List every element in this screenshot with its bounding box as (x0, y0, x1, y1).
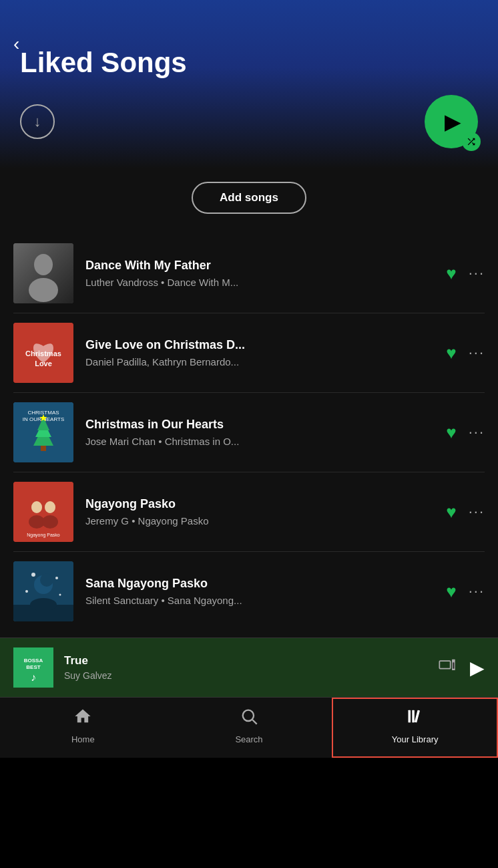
song-list: Dance With My Father Luther Vandross • D… (0, 227, 498, 637)
download-icon: ↓ (34, 113, 41, 130)
svg-point-29 (30, 598, 57, 611)
nav-label-home: Home (71, 734, 95, 744)
song-artist: Jeremy G • Ngayong Pasko (85, 515, 439, 527)
now-playing-bar[interactable]: BOSSA BEST ♪ True Suy Galvez ▶ (0, 637, 498, 697)
list-item[interactable]: Ngayong Pasko Ngayong Pasko Jeremy G • N… (0, 472, 498, 551)
like-icon[interactable]: ♥ (446, 263, 456, 284)
more-options-icon[interactable]: ··· (469, 503, 485, 521)
now-playing-artist: Suy Galvez (64, 670, 438, 681)
song-actions: ♥ ··· (446, 581, 485, 602)
song-info: Christmas in Our Hearts Jose Mari Chan •… (85, 418, 439, 447)
header: ‹ Liked Songs ↓ ▶ (0, 0, 498, 168)
svg-point-16 (31, 501, 42, 513)
now-playing-play-button[interactable]: ▶ (470, 657, 485, 679)
nav-item-search[interactable]: Search (166, 698, 332, 758)
song-title: Give Love on Christmas D... (85, 338, 439, 352)
svg-rect-41 (414, 710, 419, 723)
like-icon[interactable]: ♥ (446, 422, 456, 443)
song-artist: Jose Mari Chan • Christmas in O... (85, 436, 439, 447)
more-options-icon[interactable]: ··· (469, 344, 485, 361)
nav-item-home[interactable]: Home (0, 698, 166, 758)
svg-point-23 (40, 573, 53, 587)
like-icon[interactable]: ♥ (446, 343, 456, 364)
svg-rect-39 (408, 710, 411, 723)
song-info: Sana Ngayong Pasko Silent Sanctuary • Sa… (85, 577, 439, 606)
more-options-icon[interactable]: ··· (469, 265, 485, 282)
song-info: Give Love on Christmas D... Daniel Padil… (85, 338, 439, 368)
song-title: Dance With My Father (85, 259, 439, 273)
svg-rect-40 (412, 710, 415, 723)
library-icon (406, 707, 425, 730)
svg-point-24 (31, 573, 35, 577)
album-art-svg: CHRISTMAS IN OUR HEARTS (13, 402, 73, 462)
add-songs-button[interactable]: Add songs (192, 182, 306, 214)
nav-item-library[interactable]: Your Library (332, 698, 498, 758)
song-actions: ♥ ··· (446, 422, 485, 443)
nav-label-library: Your Library (392, 734, 439, 744)
shuffle-icon (466, 136, 477, 147)
album-art: CHRISTMAS IN OUR HEARTS (13, 402, 73, 462)
svg-rect-34 (439, 661, 450, 669)
svg-point-27 (59, 594, 61, 596)
now-playing-art: BOSSA BEST ♪ (13, 647, 53, 688)
svg-point-25 (55, 577, 58, 579)
like-icon[interactable]: ♥ (446, 502, 456, 523)
album-art (13, 561, 73, 621)
list-item[interactable]: Christmas Love Give Love on Christmas D.… (0, 313, 498, 392)
nav-label-search: Search (235, 734, 262, 744)
svg-line-38 (252, 720, 256, 724)
list-item[interactable]: Sana Ngayong Pasko Silent Sanctuary • Sa… (0, 552, 498, 631)
search-svg-icon (240, 707, 258, 726)
song-title: Christmas in Our Hearts (85, 418, 439, 432)
download-button[interactable]: ↓ (20, 104, 55, 139)
song-artist: Daniel Padilla, Kathryn Bernardo... (85, 356, 439, 368)
svg-rect-13 (41, 446, 46, 451)
now-playing-info: True Suy Galvez (64, 654, 438, 681)
song-info: Dance With My Father Luther Vandross • D… (85, 259, 439, 288)
svg-text:Ngayong Pasko: Ngayong Pasko (27, 533, 60, 538)
bottom-nav: Home Search Your Library (0, 697, 498, 758)
album-art-svg: Ngayong Pasko (13, 482, 73, 542)
album-art-svg (13, 561, 73, 621)
like-icon[interactable]: ♥ (446, 581, 456, 602)
song-info: Ngayong Pasko Jeremy G • Ngayong Pasko (85, 497, 439, 527)
album-art-svg: Christmas Love (13, 323, 73, 383)
list-item[interactable]: CHRISTMAS IN OUR HEARTS Christmas in Our… (0, 393, 498, 472)
album-art-svg (13, 243, 73, 303)
now-playing-art-svg: BOSSA BEST ♪ (13, 647, 53, 688)
song-actions: ♥ ··· (446, 343, 485, 364)
svg-text:BEST: BEST (26, 664, 40, 670)
svg-text:♪: ♪ (31, 672, 36, 683)
more-options-icon[interactable]: ··· (469, 583, 485, 600)
device-icon[interactable] (438, 656, 457, 679)
page-title: Liked Songs (20, 47, 478, 79)
album-art (13, 243, 73, 303)
svg-rect-36 (453, 662, 454, 668)
svg-text:BOSSA: BOSSA (24, 658, 43, 664)
cast-icon (438, 656, 457, 675)
home-svg-icon (73, 707, 92, 726)
song-title: Ngayong Pasko (85, 497, 439, 511)
now-playing-title: True (64, 654, 438, 668)
home-icon (73, 707, 92, 730)
album-art: Ngayong Pasko (13, 482, 73, 542)
play-icon: ▶ (445, 109, 461, 134)
svg-point-26 (25, 590, 28, 593)
add-songs-container: Add songs (0, 168, 498, 227)
shuffle-badge (462, 132, 481, 151)
svg-point-17 (45, 501, 55, 513)
library-svg-icon (406, 707, 425, 726)
svg-point-2 (34, 254, 53, 275)
more-options-icon[interactable]: ··· (469, 424, 485, 441)
header-actions: ↓ ▶ (20, 95, 478, 148)
search-icon (240, 707, 258, 730)
back-button[interactable]: ‹ (13, 33, 19, 55)
song-actions: ♥ ··· (446, 263, 485, 284)
song-title: Sana Ngayong Pasko (85, 577, 439, 591)
song-actions: ♥ ··· (446, 502, 485, 523)
now-playing-controls: ▶ (438, 656, 485, 679)
song-artist: Luther Vandross • Dance With M... (85, 277, 439, 288)
album-art: Christmas Love (13, 323, 73, 383)
list-item[interactable]: Dance With My Father Luther Vandross • D… (0, 234, 498, 313)
song-artist: Silent Sanctuary • Sana Ngayong... (85, 595, 439, 606)
